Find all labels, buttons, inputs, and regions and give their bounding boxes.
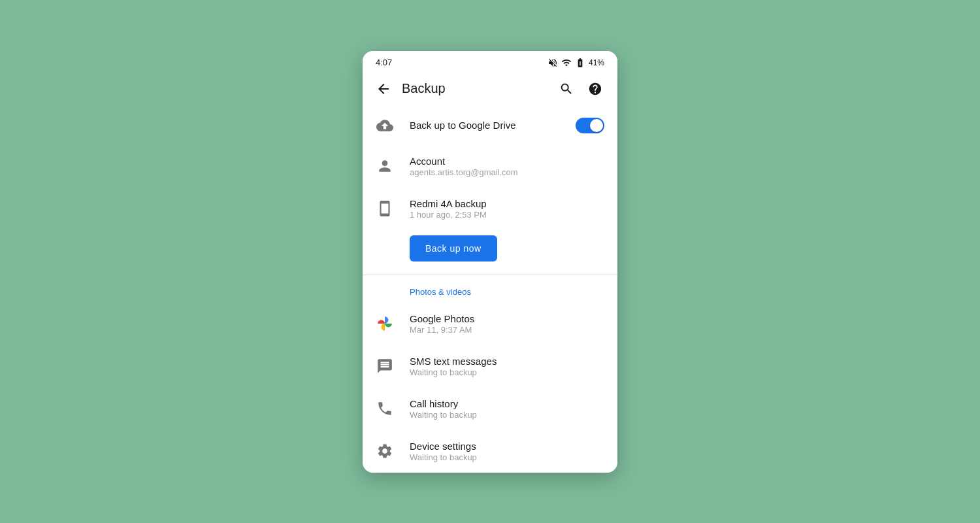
backup-now-button[interactable]: Back up now	[410, 235, 497, 262]
photos-section-header: Photos & videos	[363, 275, 617, 303]
account-label: Account	[410, 156, 604, 167]
mute-icon	[547, 58, 558, 68]
search-icon	[559, 82, 574, 96]
back-button[interactable]	[373, 78, 394, 99]
google-photos-content: Google Photos Mar 11, 9:37 AM	[410, 313, 604, 335]
google-photos-label: Google Photos	[410, 313, 604, 324]
back-icon	[376, 81, 391, 97]
battery-percent: 41%	[589, 58, 604, 67]
google-photos-value: Mar 11, 9:37 AM	[410, 325, 604, 335]
sms-value: Waiting to backup	[410, 367, 604, 377]
call-history-label: Call history	[410, 398, 604, 409]
backup-toggle[interactable]	[576, 118, 604, 133]
call-history-item[interactable]: Call history Waiting to backup	[363, 388, 617, 430]
smartphone-icon	[376, 199, 394, 218]
account-value: agents.artis.torg@gmail.com	[410, 167, 604, 177]
device-backup-item[interactable]: Redmi 4A backup 1 hour ago, 2:53 PM	[363, 188, 617, 230]
device-backup-value: 1 hour ago, 2:53 PM	[410, 210, 604, 220]
wifi-icon	[561, 58, 572, 68]
battery-icon	[575, 58, 585, 68]
call-history-content: Call history Waiting to backup	[410, 398, 604, 420]
account-item[interactable]: Account agents.artis.torg@gmail.com	[363, 145, 617, 188]
backup-to-drive-item[interactable]: Back up to Google Drive	[363, 106, 617, 145]
call-icon	[376, 399, 394, 418]
device-settings-value: Waiting to backup	[410, 452, 604, 462]
device-backup-label: Redmi 4A backup	[410, 198, 604, 209]
account-content: Account agents.artis.torg@gmail.com	[410, 156, 604, 177]
account-icon	[376, 157, 394, 175]
photos-header-text: Photos & videos	[410, 287, 471, 297]
sms-label: SMS text messages	[410, 356, 604, 367]
google-photos-icon	[376, 314, 394, 333]
device-settings-content: Device settings Waiting to backup	[410, 441, 604, 462]
status-time: 4:07	[376, 58, 392, 67]
backup-to-drive-content: Back up to Google Drive	[410, 120, 560, 131]
device-backup-content: Redmi 4A backup 1 hour ago, 2:53 PM	[410, 198, 604, 220]
cloud-upload-icon	[376, 116, 394, 135]
app-bar-actions	[555, 77, 607, 101]
pinwheel-icon	[376, 315, 393, 332]
device-settings-item[interactable]: Device settings Waiting to backup	[363, 430, 617, 473]
backup-btn-row: Back up now	[363, 230, 617, 275]
sms-item[interactable]: SMS text messages Waiting to backup	[363, 345, 617, 388]
app-bar: Backup	[363, 72, 617, 106]
search-button[interactable]	[555, 77, 578, 101]
device-settings-label: Device settings	[410, 441, 604, 452]
help-button[interactable]	[583, 77, 607, 101]
status-bar: 4:07 41%	[363, 51, 617, 72]
help-icon	[588, 82, 602, 96]
backup-to-drive-label: Back up to Google Drive	[410, 120, 560, 131]
sms-icon	[376, 357, 394, 375]
sms-content: SMS text messages Waiting to backup	[410, 356, 604, 377]
google-photos-item[interactable]: Google Photos Mar 11, 9:37 AM	[363, 303, 617, 345]
status-icons: 41%	[547, 58, 604, 68]
settings-icon	[376, 442, 394, 460]
page-title: Backup	[402, 81, 547, 96]
call-history-value: Waiting to backup	[410, 410, 604, 420]
phone-frame: 4:07 41% Backup	[363, 51, 617, 473]
